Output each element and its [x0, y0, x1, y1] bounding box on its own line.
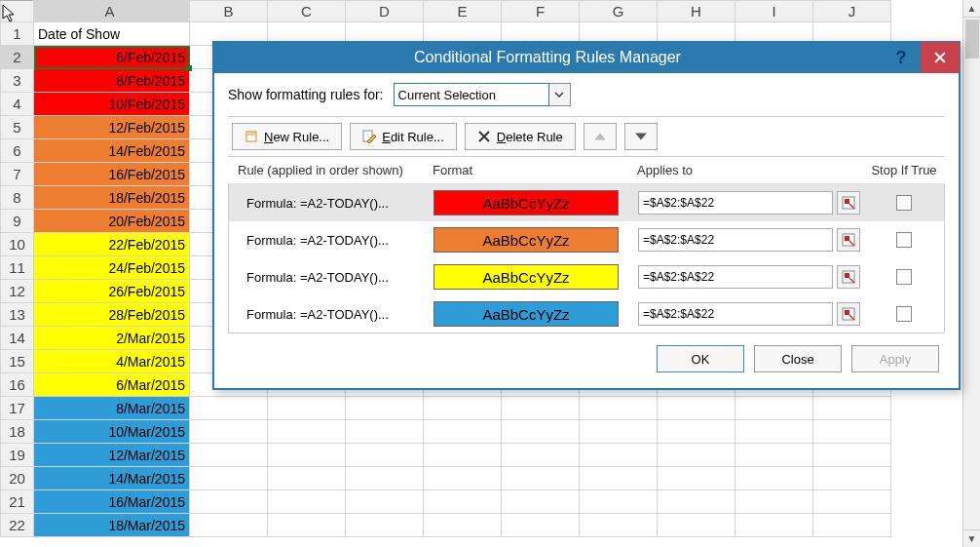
rule-row[interactable]: Formula: =A2-TODAY()...AaBbCcYyZz	[229, 258, 944, 295]
col-header-B[interactable]: B	[190, 1, 268, 22]
cell[interactable]	[735, 467, 813, 490]
move-rule-up-button[interactable]	[584, 123, 617, 150]
scroll-thumb[interactable]	[965, 20, 979, 59]
cell[interactable]: 8/Feb/2015	[34, 69, 190, 93]
row-header[interactable]: 6	[1, 139, 34, 163]
move-rule-down-button[interactable]	[624, 123, 658, 150]
cell[interactable]	[658, 490, 735, 514]
range-selector-button[interactable]	[837, 302, 860, 326]
col-header-E[interactable]: E	[424, 1, 502, 22]
row-header[interactable]: 10	[1, 233, 34, 256]
row-header[interactable]: 16	[1, 373, 34, 397]
cell[interactable]	[346, 397, 424, 420]
cell[interactable]	[735, 514, 813, 537]
cell[interactable]	[346, 490, 424, 514]
cell[interactable]	[813, 514, 891, 537]
cell[interactable]	[502, 490, 580, 514]
row-header[interactable]: 22	[1, 514, 34, 537]
row-header[interactable]: 13	[1, 303, 34, 327]
col-header-I[interactable]: I	[735, 1, 813, 22]
cell[interactable]	[813, 444, 891, 467]
cell[interactable]	[190, 514, 268, 537]
cell[interactable]	[424, 490, 502, 514]
cell[interactable]: 16/Mar/2015	[34, 490, 190, 514]
col-header-G[interactable]: G	[580, 1, 658, 22]
cell[interactable]: 10/Feb/2015	[34, 93, 190, 116]
cell[interactable]: 20/Feb/2015	[34, 210, 190, 233]
cell[interactable]	[813, 490, 891, 514]
col-header-H[interactable]: H	[658, 1, 735, 22]
cell[interactable]	[268, 444, 346, 467]
row-header[interactable]: 5	[1, 116, 34, 139]
cell[interactable]	[190, 420, 268, 444]
row-header[interactable]: 12	[1, 280, 34, 303]
row-header[interactable]: 21	[1, 490, 34, 514]
cell[interactable]: 12/Mar/2015	[34, 444, 190, 467]
col-header-F[interactable]: F	[502, 1, 580, 22]
cell[interactable]: 6/Feb/2015	[34, 46, 190, 69]
row-header[interactable]: 2	[1, 46, 34, 69]
cell[interactable]	[658, 514, 735, 537]
delete-rule-button[interactable]: Delete Rule	[465, 123, 576, 150]
edit-rule-button[interactable]: Edit Rule...	[350, 123, 457, 150]
applies-to-input[interactable]	[638, 228, 833, 252]
cell[interactable]: 24/Feb/2015	[34, 256, 190, 280]
cell[interactable]	[424, 514, 502, 537]
cell[interactable]	[658, 467, 735, 490]
cell[interactable]	[424, 444, 502, 467]
col-header-D[interactable]: D	[346, 1, 424, 22]
cell[interactable]	[735, 397, 813, 420]
col-header-C[interactable]: C	[268, 1, 346, 22]
apply-button[interactable]: Apply	[851, 345, 939, 372]
cell[interactable]	[424, 420, 502, 444]
stop-if-true-checkbox[interactable]	[896, 269, 912, 285]
cell[interactable]	[580, 514, 658, 537]
cell[interactable]	[502, 444, 580, 467]
rule-row[interactable]: Formula: =A2-TODAY()...AaBbCcYyZz	[229, 221, 944, 258]
cell[interactable]	[346, 467, 424, 490]
cell[interactable]: 14/Mar/2015	[34, 467, 190, 490]
select-all-corner[interactable]	[1, 1, 34, 22]
row-header[interactable]: 9	[1, 210, 34, 233]
cell[interactable]	[190, 467, 268, 490]
row-header[interactable]: 17	[1, 397, 34, 420]
cell[interactable]: 4/Mar/2015	[34, 350, 190, 373]
cell[interactable]	[190, 444, 268, 467]
cell[interactable]	[190, 397, 268, 420]
row-header[interactable]: 8	[1, 186, 34, 210]
cell[interactable]	[346, 420, 424, 444]
cell[interactable]	[502, 397, 580, 420]
cell[interactable]	[735, 420, 813, 444]
cell[interactable]	[658, 420, 735, 444]
cell[interactable]	[658, 397, 735, 420]
cell[interactable]	[658, 444, 735, 467]
stop-if-true-checkbox[interactable]	[896, 306, 912, 322]
row-header[interactable]: 4	[1, 93, 34, 116]
cell[interactable]	[813, 420, 891, 444]
cell[interactable]	[502, 514, 580, 537]
cell[interactable]	[580, 444, 658, 467]
row-header[interactable]: 11	[1, 256, 34, 280]
col-header-J[interactable]: J	[813, 1, 891, 22]
col-header-A[interactable]: A	[34, 1, 190, 22]
applies-to-input[interactable]	[638, 191, 833, 215]
cell[interactable]	[424, 397, 502, 420]
cell[interactable]	[813, 397, 891, 420]
scroll-up-button[interactable]: ▲	[963, 0, 980, 18]
cell[interactable]: 2/Mar/2015	[34, 327, 190, 350]
dialog-titlebar[interactable]: Conditional Formatting Rules Manager ?	[213, 42, 960, 73]
cell[interactable]	[735, 444, 813, 467]
cell[interactable]	[268, 490, 346, 514]
rule-row[interactable]: Formula: =A2-TODAY()...AaBbCcYyZz	[229, 184, 944, 221]
cell[interactable]	[424, 467, 502, 490]
close-button[interactable]: Close	[754, 345, 842, 372]
cell[interactable]: 12/Feb/2015	[34, 116, 190, 139]
cell[interactable]	[735, 490, 813, 514]
cell[interactable]	[268, 420, 346, 444]
cell[interactable]: 6/Mar/2015	[34, 373, 190, 397]
chevron-down-icon[interactable]	[549, 83, 571, 106]
cell[interactable]	[268, 397, 346, 420]
cell[interactable]	[580, 490, 658, 514]
cell[interactable]	[502, 420, 580, 444]
cell[interactable]: 28/Feb/2015	[34, 303, 190, 327]
